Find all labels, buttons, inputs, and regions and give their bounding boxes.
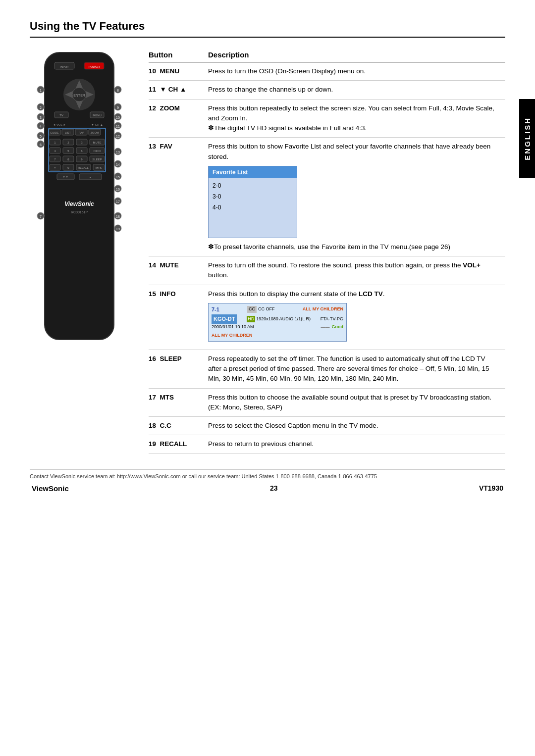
footer-model: VT1930 — [479, 484, 503, 492]
info-cc-label: CC — [247, 306, 257, 313]
btn-num: 16 SLEEP — [149, 355, 182, 362]
svg-text:ENTER: ENTER — [73, 94, 85, 97]
svg-text:POWER: POWER — [89, 65, 100, 68]
btn-cell: 19 RECALL — [149, 435, 208, 454]
side-tab: ENGLISH — [519, 99, 535, 178]
desc-cell: Press to return to previous channel. — [208, 435, 505, 454]
col-desc-header: Description — [208, 48, 505, 62]
svg-text:▼ CH ▲: ▼ CH ▲ — [91, 123, 103, 126]
svg-text:19: 19 — [116, 227, 120, 231]
info-row2: KGO-DT HD 1920x1080 AUDIO 1/1(L R) FTA-T… — [212, 314, 343, 324]
btn-cell: 14 MUTE — [149, 256, 208, 285]
info-row4: ALL MY CHILDREN — [212, 331, 343, 339]
remote-area: INPUT POWER 1 2 3 4 5 6 7 8 — [30, 48, 139, 454]
desc-cell: Press this button to choose the availabl… — [208, 388, 505, 417]
svg-text:RC00161P: RC00161P — [71, 210, 88, 214]
svg-text:RECALL: RECALL — [78, 166, 88, 169]
svg-text:16: 16 — [116, 188, 120, 191]
svg-text:INPUT: INPUT — [60, 65, 69, 68]
side-tab-text: ENGLISH — [523, 117, 532, 160]
table-row: 13 FAV Press this button to show Favorit… — [149, 138, 505, 256]
svg-text:SLEEP: SLEEP — [92, 158, 102, 161]
feature-table: Button Description 10 MENU Press to turn… — [149, 48, 505, 454]
desc-cell: Press to change the channels up or down. — [208, 81, 505, 99]
table-row: 17 MTS Press this button to choose the a… — [149, 388, 505, 417]
table-row: 11 ▼ CH ▲ Press to change the channels u… — [149, 81, 505, 99]
btn-cell: 18 C.C — [149, 417, 208, 435]
desc-cell: Press to turn the OSD (On-Screen Display… — [208, 62, 505, 81]
svg-text:12: 12 — [116, 135, 120, 138]
fav-list-header: Favorite List — [209, 166, 297, 178]
svg-text:18: 18 — [116, 215, 120, 218]
svg-text:17: 17 — [116, 200, 120, 203]
btn-num: 12 ZOOM — [149, 104, 180, 112]
svg-text:15: 15 — [116, 175, 120, 179]
btn-num: 17 MTS — [149, 394, 174, 401]
info-station: KGO-DT — [212, 314, 237, 324]
fav-note: ✽To preset favorite channels, use the Fa… — [208, 243, 450, 251]
svg-text:MENU: MENU — [93, 114, 102, 117]
table-row: 18 C.C Press to select the Closed Captio… — [149, 417, 505, 435]
btn-cell: 12 ZOOM — [149, 99, 208, 138]
btn-cell: 10 MENU — [149, 62, 208, 81]
table-row: 16 SLEEP Press repeatedly to set the off… — [149, 350, 505, 388]
svg-text:4: 4 — [40, 125, 42, 128]
table-row: 10 MENU Press to turn the OSD (On-Screen… — [149, 62, 505, 81]
svg-text:14: 14 — [116, 163, 120, 166]
desc-cell: Press this button repeatedly to select t… — [208, 99, 505, 138]
info-resolution: 1920x1080 — [256, 316, 278, 323]
info-display-box: 7-1 CC CC OFF ALL MY CHILDREN KGO-DT — [208, 303, 347, 342]
page-title: Using the TV Features — [30, 20, 505, 33]
btn-num: 13 FAV — [149, 143, 172, 150]
svg-text:◄ VOL ►: ◄ VOL ► — [53, 123, 66, 126]
remote-svg: INPUT POWER 1 2 3 4 5 6 7 8 — [30, 48, 129, 354]
svg-text:13: 13 — [116, 151, 120, 154]
svg-text:11: 11 — [116, 125, 120, 128]
svg-text:2: 2 — [40, 106, 42, 109]
fav-list-body: 2-0 3-0 4-0 — [209, 178, 297, 238]
svg-text:FAV: FAV — [79, 131, 84, 134]
content-area: Button Description 10 MENU Press to turn… — [149, 48, 505, 454]
svg-text:8: 8 — [117, 89, 119, 92]
svg-text:MUTE: MUTE — [93, 141, 102, 144]
info-cc-off: CC OFF — [258, 306, 275, 313]
table-row: 15 INFO Press this button to display the… — [149, 285, 505, 350]
svg-text:GUIDE: GUIDE — [50, 131, 59, 134]
info-good: Good — [332, 324, 344, 331]
btn-cell: 11 ▼ CH ▲ — [149, 81, 208, 99]
desc-cell: Press this button to display the current… — [208, 285, 505, 350]
info-row1: 7-1 CC CC OFF ALL MY CHILDREN — [212, 305, 343, 314]
svg-text:5: 5 — [40, 135, 42, 138]
desc-cell: Press to turn off the sound. To restore … — [208, 256, 505, 285]
footer: Contact ViewSonic service team at: http:… — [30, 469, 505, 479]
list-item: 3-0 — [209, 191, 297, 202]
footer-brand: ViewSonic — [32, 484, 69, 493]
svg-text:6: 6 — [40, 143, 42, 147]
desc-cell: Press this button to show Favorite List … — [208, 138, 505, 256]
info-fta: FTA-TV-PG — [321, 316, 343, 323]
svg-text:C.C: C.C — [63, 176, 68, 179]
btn-num: 18 C.C — [149, 422, 171, 429]
svg-text:1: 1 — [40, 89, 42, 92]
table-row: 12 ZOOM Press this button repeatedly to … — [149, 99, 505, 138]
btn-num: 14 MUTE — [149, 261, 179, 269]
btn-cell: 16 SLEEP — [149, 350, 208, 388]
svg-text:INFO: INFO — [94, 150, 101, 152]
btn-num: 19 RECALL — [149, 440, 187, 448]
svg-text:TV: TV — [59, 114, 63, 117]
svg-text:MTS: MTS — [96, 166, 102, 169]
svg-text:9: 9 — [117, 106, 119, 109]
col-button-header: Button — [149, 48, 208, 62]
page-container: ENGLISH Using the TV Features INPUT POWE… — [0, 0, 535, 507]
title-divider — [30, 37, 505, 38]
desc-cell: Press repeatedly to set the off timer. T… — [208, 350, 505, 388]
table-row: 19 RECALL Press to return to previous ch… — [149, 435, 505, 454]
footer-contact: Contact ViewSonic service team at: http:… — [30, 473, 377, 479]
info-all-my-children-top: ALL MY CHILDREN — [303, 306, 343, 313]
btn-num: 11 ▼ CH ▲ — [149, 86, 186, 93]
main-layout: INPUT POWER 1 2 3 4 5 6 7 8 — [30, 48, 505, 454]
btn-cell: 13 FAV — [149, 138, 208, 256]
fav-desc: Press this button to show Favorite List … — [208, 143, 490, 160]
info-hd: HD — [247, 316, 255, 323]
svg-text:ZOOM: ZOOM — [91, 131, 99, 134]
